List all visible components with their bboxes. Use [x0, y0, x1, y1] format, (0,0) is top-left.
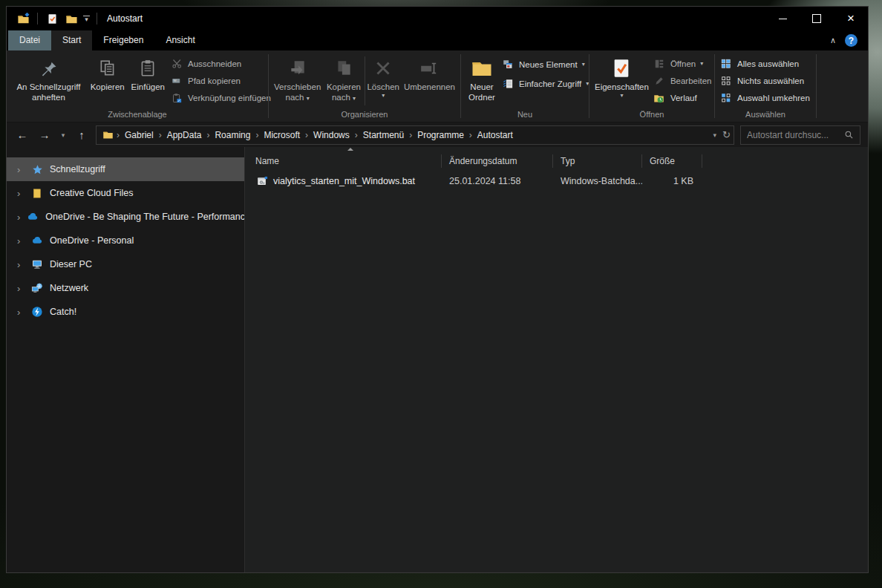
invert-selection-button[interactable]: Auswahl umkehren	[719, 91, 811, 105]
minimize-icon	[779, 19, 787, 19]
delete-x-icon	[373, 56, 393, 81]
history-button[interactable]: Verlauf	[653, 91, 712, 105]
expand-chevron-icon[interactable]: ›	[17, 235, 24, 246]
rename-button[interactable]: Umbenennen	[402, 53, 457, 109]
search-input[interactable]	[745, 129, 839, 141]
qat-properties-button[interactable]	[45, 11, 59, 26]
chevron-down-icon: ▾	[85, 17, 88, 22]
sidebar-item-dieser-pc[interactable]: › Dieser PC	[7, 252, 244, 276]
delete-button[interactable]: Löschen ▾	[365, 53, 401, 109]
copy-path-button[interactable]: W... Pfad kopieren	[170, 74, 264, 88]
open-icon	[653, 57, 666, 71]
breadcrumb-separator: ›	[467, 130, 474, 140]
file-row[interactable]: vialytics_starten_mit_Windows.bat 25.01.…	[245, 172, 868, 190]
address-bar[interactable]: › Gabriel › AppData › Roaming › Microsof…	[96, 125, 734, 145]
new-folder-button[interactable]: Neuer Ordner	[464, 53, 500, 109]
cut-button[interactable]: Ausschneiden	[170, 57, 264, 71]
expand-chevron-icon[interactable]: ›	[17, 188, 24, 199]
refresh-icon[interactable]: ↻	[722, 129, 731, 140]
sidebar-item-creative-cloud-files[interactable]: › Creative Cloud Files	[7, 181, 244, 205]
pin-label: An Schnellzugriff anheften	[12, 82, 85, 102]
qat-new-folder-button[interactable]	[64, 11, 79, 26]
edit-icon	[653, 74, 666, 88]
easy-access-button[interactable]: Einfacher Zugriff ▾	[501, 77, 584, 91]
back-button[interactable]: ←	[14, 128, 30, 141]
copy-to-label: Kopieren nach	[327, 82, 361, 102]
column-header-size[interactable]: Größe	[642, 154, 702, 168]
breadcrumb-item[interactable]: Startmenü	[360, 128, 407, 142]
breadcrumb-item[interactable]: Gabriel	[122, 128, 157, 142]
breadcrumb-item[interactable]: AppData	[164, 128, 205, 142]
column-header-modified[interactable]: Änderungsdatum	[442, 154, 553, 168]
expand-chevron-icon[interactable]: ›	[17, 259, 24, 270]
maximize-button[interactable]	[800, 7, 834, 30]
chevron-down-icon: ▾	[382, 93, 385, 99]
sidebar-item-onedrive-personal[interactable]: › OneDrive - Personal	[7, 229, 244, 252]
breadcrumb-item[interactable]: Programme	[414, 128, 467, 142]
tab-start[interactable]: Start	[51, 30, 92, 50]
edit-button[interactable]: Bearbeiten	[653, 74, 712, 88]
copy-button[interactable]: Kopieren	[88, 53, 128, 109]
invert-selection-label: Auswahl umkehren	[737, 94, 810, 102]
paste-button[interactable]: Einfügen	[128, 53, 169, 109]
paste-shortcut-button[interactable]: Verknüpfung einfügen	[170, 91, 264, 105]
column-header-name[interactable]: Name	[245, 154, 442, 168]
minimize-button[interactable]	[765, 7, 800, 30]
select-none-button[interactable]: Nichts auswählen	[719, 74, 811, 88]
expand-chevron-icon[interactable]: ›	[17, 283, 24, 294]
expand-chevron-icon[interactable]: ›	[17, 164, 24, 175]
breadcrumb-item[interactable]: Autostart	[474, 128, 516, 142]
open-label: Öffnen	[670, 59, 696, 68]
up-button[interactable]: ↑	[74, 128, 90, 141]
file-list-empty-area[interactable]	[245, 190, 868, 572]
collapse-ribbon-button[interactable]: ∧	[830, 36, 836, 45]
expand-chevron-icon[interactable]: ›	[17, 212, 20, 223]
properties-icon	[611, 56, 632, 81]
invert-selection-icon	[719, 91, 733, 105]
forward-button[interactable]: →	[36, 128, 53, 141]
copy-to-button[interactable]: Kopieren nach ▾	[323, 53, 364, 109]
breadcrumb-separator: ›	[157, 130, 164, 140]
pin-to-quick-access-button[interactable]: An Schnellzugriff anheften	[10, 53, 88, 109]
column-header-type[interactable]: Typ	[553, 154, 642, 168]
breadcrumb-item[interactable]: Microsoft	[261, 128, 303, 142]
chevron-down-icon: ▾	[353, 95, 356, 102]
select-all-button[interactable]: Alles auswählen	[719, 57, 811, 71]
folder-icon	[30, 186, 44, 200]
help-button[interactable]: ?	[845, 34, 858, 47]
easy-access-icon	[501, 77, 514, 91]
sidebar-item-label: Creative Cloud Files	[50, 188, 134, 198]
tab-ansicht[interactable]: Ansicht	[154, 30, 206, 50]
expand-chevron-icon[interactable]: ›	[17, 307, 24, 318]
sidebar-item-netzwerk[interactable]: › Netzwerk	[7, 276, 244, 300]
tab-row-right: ∧ ?	[830, 30, 868, 50]
close-button[interactable]: ×	[834, 7, 868, 30]
recent-locations-button[interactable]: ▾	[59, 131, 68, 139]
copy-path-label: Pfad kopieren	[188, 76, 241, 85]
address-history-chevron[interactable]: ▾	[713, 131, 717, 139]
rename-label: Umbenennen	[404, 82, 455, 93]
sidebar-item-schnellzugriff[interactable]: › Schnellzugriff	[7, 157, 244, 181]
breadcrumb-item[interactable]: Roaming	[212, 128, 253, 142]
move-to-icon	[288, 56, 307, 81]
chevron-down-icon: ▾	[700, 61, 703, 67]
properties-button[interactable]: Eigenschaften ▾	[592, 53, 651, 109]
copy-to-icon	[334, 56, 353, 81]
tab-freigeben[interactable]: Freigeben	[92, 30, 154, 50]
sidebar-item-label: OneDrive - Be Shaping The Future - Perfo…	[45, 212, 244, 222]
open-button[interactable]: Öffnen ▾	[653, 57, 712, 71]
qat-customize-button[interactable]: ▾	[83, 16, 90, 22]
new-item-button[interactable]: Neues Element ▾	[501, 58, 584, 71]
paste-label: Einfügen	[131, 82, 165, 93]
breadcrumb-item[interactable]: Windows	[310, 128, 353, 142]
easy-access-label: Einfacher Zugriff	[519, 79, 581, 88]
sidebar-item-catch[interactable]: › Catch!	[7, 300, 244, 324]
move-to-button[interactable]: Verschieben nach ▾	[272, 53, 323, 109]
tab-datei[interactable]: Datei	[8, 30, 51, 50]
breadcrumb-separator: ›	[353, 130, 360, 140]
sort-ascending-icon	[347, 148, 353, 151]
group-label-select: Auswählen	[715, 109, 816, 122]
search-box	[740, 125, 860, 145]
sidebar-item-onedrive-business[interactable]: › OneDrive - Be Shaping The Future - Per…	[7, 205, 244, 229]
search-icon[interactable]	[842, 128, 855, 142]
